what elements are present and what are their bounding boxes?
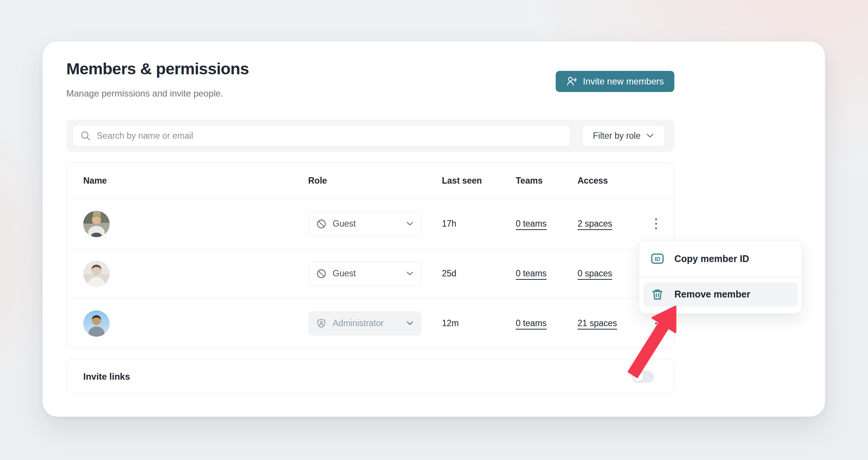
chevron-down-icon (406, 222, 413, 226)
role-value: Guest (333, 219, 400, 229)
invite-new-members-button[interactable]: Invite new members (556, 71, 674, 92)
avatar (83, 261, 110, 287)
invite-links-section: Invite links (66, 359, 674, 394)
no-entry-icon (316, 219, 327, 229)
column-header-role: Role (308, 176, 442, 186)
menu-item-label: Copy member ID (674, 253, 749, 264)
access-link[interactable]: 0 spaces (578, 268, 612, 280)
page-subtitle: Manage permissions and invite people. (66, 88, 223, 99)
search-box[interactable] (72, 125, 571, 147)
members-permissions-panel: Members & permissions Manage permissions… (43, 41, 825, 417)
column-header-access: Access (578, 176, 648, 186)
table-row: Guest 17h 0 teams 2 spaces (67, 199, 674, 248)
menu-item-copy-member-id[interactable]: ID Copy member ID (639, 241, 802, 277)
last-seen-value: 17h (442, 219, 516, 229)
shield-person-icon (316, 318, 327, 329)
role-dropdown[interactable]: Administrator (308, 311, 421, 336)
role-dropdown[interactable]: Guest (308, 262, 421, 286)
role-value: Administrator (333, 318, 400, 328)
row-actions-kebab-menu[interactable] (648, 212, 664, 236)
chevron-down-icon (406, 321, 413, 325)
no-entry-icon (316, 268, 327, 279)
avatar (83, 211, 110, 237)
last-seen-value: 25d (442, 268, 516, 279)
members-table: Name Role Last seen Teams Access (66, 163, 674, 348)
search-icon (80, 130, 91, 141)
table-row: Administrator 12m 0 teams 21 spaces (67, 298, 674, 348)
column-header-name: Name (83, 176, 308, 186)
filter-by-role-dropdown[interactable]: Filter by role (582, 125, 665, 147)
avatar (83, 310, 110, 337)
teams-link[interactable]: 0 teams (516, 268, 547, 280)
access-link[interactable]: 21 spaces (578, 318, 617, 330)
filter-label: Filter by role (593, 131, 641, 141)
trash-icon (650, 287, 665, 302)
role-value: Guest (333, 268, 400, 279)
role-dropdown[interactable]: Guest (308, 212, 421, 236)
menu-divider (639, 277, 802, 278)
teams-link[interactable]: 0 teams (516, 219, 547, 230)
column-header-teams: Teams (516, 176, 578, 186)
teams-link[interactable]: 0 teams (516, 318, 547, 330)
table-row: Guest 25d 0 teams 0 spaces (67, 248, 674, 298)
last-seen-value: 12m (442, 318, 516, 328)
table-header-row: Name Role Last seen Teams Access (67, 163, 674, 199)
chevron-down-icon (646, 133, 654, 138)
invite-button-label: Invite new members (583, 76, 664, 87)
menu-item-label: Remove member (674, 289, 750, 300)
invite-links-label: Invite links (83, 371, 130, 382)
person-plus-icon (566, 76, 578, 87)
red-annotation-arrow (620, 301, 684, 380)
id-badge-icon-text: ID (655, 256, 660, 262)
id-badge-icon: ID (650, 251, 665, 266)
search-input[interactable] (97, 131, 563, 141)
page-title: Members & permissions (66, 60, 249, 78)
column-header-last-seen: Last seen (442, 176, 516, 186)
chevron-down-icon (406, 271, 413, 276)
search-toolbar: Filter by role (66, 120, 674, 152)
access-link[interactable]: 2 spaces (578, 219, 612, 230)
